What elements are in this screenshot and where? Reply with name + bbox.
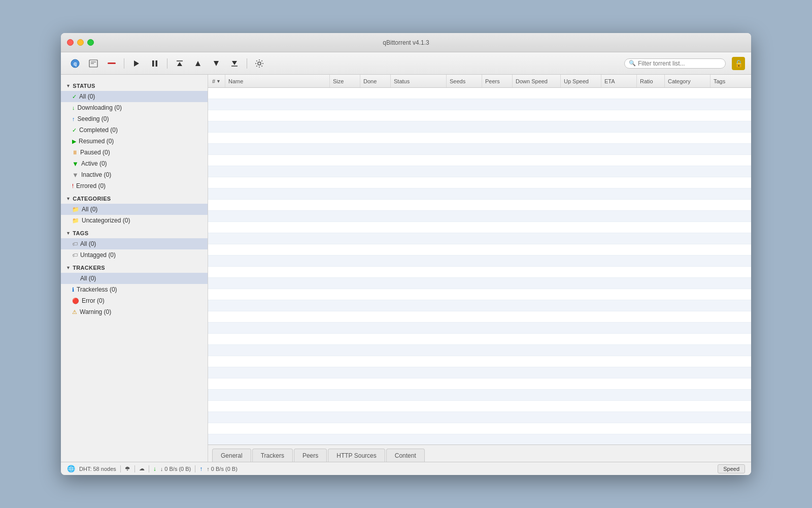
sidebar-item-warning-label: Warning (0) [80, 308, 111, 315]
sidebar-item-trackerless[interactable]: ℹ Trackerless (0) [61, 284, 208, 295]
trackers-section-label: TRACKERS [73, 265, 105, 271]
minimize-button[interactable] [77, 39, 84, 46]
torrent-list[interactable] [208, 88, 751, 444]
col-ratio[interactable]: Ratio [637, 75, 665, 87]
col-tags[interactable]: Tags [710, 75, 751, 87]
table-row[interactable] [208, 99, 751, 110]
table-row[interactable] [208, 434, 751, 444]
search-input[interactable] [638, 60, 721, 67]
col-downspeed[interactable]: Down Speed [513, 75, 561, 87]
resume-button[interactable] [128, 56, 145, 71]
maximize-button[interactable] [87, 39, 94, 46]
table-row[interactable] [208, 323, 751, 334]
col-eta[interactable]: ETA [601, 75, 637, 87]
status-section-label: STATUS [73, 83, 95, 89]
table-row[interactable] [208, 144, 751, 155]
sidebar-item-untagged[interactable]: 🏷 Untagged (0) [61, 249, 208, 261]
tab-peers[interactable]: Peers [294, 449, 327, 462]
tab-http-sources[interactable]: HTTP Sources [328, 449, 385, 462]
sidebar-item-error[interactable]: 🔴 Error (0) [61, 295, 208, 306]
logo-button[interactable]: q [67, 56, 83, 71]
statusbar-sep-4 [195, 465, 195, 472]
col-category[interactable]: Category [665, 75, 710, 87]
table-row[interactable] [208, 233, 751, 244]
sidebar-item-paused[interactable]: ⏸ Paused (0) [61, 147, 208, 158]
table-row[interactable] [208, 256, 751, 267]
table-row[interactable] [208, 356, 751, 367]
table-row[interactable] [208, 300, 751, 311]
table-row[interactable] [208, 412, 751, 423]
sidebar-item-all[interactable]: ✓ All (0) [61, 91, 208, 102]
categories-section-label: CATEGORIES [73, 196, 111, 202]
table-row[interactable] [208, 88, 751, 99]
table-row[interactable] [208, 311, 751, 323]
table-row[interactable] [208, 110, 751, 121]
sidebar-item-tag-all[interactable]: 🏷 All (0) [61, 238, 208, 249]
status-section-header: ▼ STATUS [61, 81, 208, 91]
table-row[interactable] [208, 345, 751, 356]
dl-speed: ↓ 0 B/s (0 B) [160, 466, 191, 472]
ul-arrow-icon: ↑ [199, 465, 202, 472]
table-row[interactable] [208, 244, 751, 256]
table-row[interactable] [208, 401, 751, 412]
sidebar-item-resumed[interactable]: ▶ Resumed (0) [61, 136, 208, 147]
col-status[interactable]: Status [391, 75, 447, 87]
table-row[interactable] [208, 133, 751, 144]
dht-status: DHT: 58 nodes [79, 466, 116, 472]
col-hash[interactable]: # ▼ [208, 75, 225, 87]
move-down-button[interactable] [208, 56, 224, 71]
col-peers[interactable]: Peers [482, 75, 513, 87]
svg-text:q: q [74, 61, 77, 67]
table-row[interactable] [208, 278, 751, 289]
table-row[interactable] [208, 378, 751, 390]
remove-torrent-button[interactable] [104, 56, 120, 71]
settings-button[interactable] [251, 56, 267, 71]
svg-marker-14 [232, 61, 237, 65]
table-row[interactable] [208, 267, 751, 278]
sidebar-item-active[interactable]: ▼ Active (0) [61, 158, 208, 169]
table-row[interactable] [208, 367, 751, 378]
sidebar-item-errored[interactable]: ! Errored (0) [61, 180, 208, 192]
col-name[interactable]: Name [225, 75, 330, 87]
pause-icon [151, 59, 159, 68]
col-size[interactable]: Size [330, 75, 360, 87]
sidebar-item-tr-all[interactable]: All (0) [61, 273, 208, 284]
sidebar-item-inactive[interactable]: ▼ Inactive (0) [61, 169, 208, 180]
sidebar-item-completed[interactable]: ✓ Completed (0) [61, 124, 208, 136]
col-upspeed[interactable]: Up Speed [561, 75, 601, 87]
tab-general[interactable]: General [212, 449, 251, 462]
close-button[interactable] [67, 39, 74, 46]
speed-button[interactable]: Speed [718, 464, 745, 473]
move-bottom-button[interactable] [226, 56, 243, 71]
tab-content[interactable]: Content [386, 449, 425, 462]
sidebar-item-uncategorized[interactable]: 📁 Uncategorized (0) [61, 215, 208, 226]
table-row[interactable] [208, 289, 751, 300]
table-row[interactable] [208, 211, 751, 222]
table-row[interactable] [208, 177, 751, 188]
table-row[interactable] [208, 334, 751, 345]
col-done[interactable]: Done [360, 75, 391, 87]
sidebar-item-downloading[interactable]: ↓ Downloading (0) [61, 102, 208, 113]
move-up-button[interactable] [190, 56, 206, 71]
move-top-button[interactable] [172, 56, 188, 71]
table-row[interactable] [208, 188, 751, 200]
table-row[interactable] [208, 390, 751, 401]
table-row[interactable] [208, 423, 751, 434]
tab-trackers[interactable]: Trackers [252, 449, 293, 462]
col-seeds[interactable]: Seeds [447, 75, 482, 87]
table-row[interactable] [208, 222, 751, 233]
table-row[interactable] [208, 166, 751, 177]
sidebar-item-cat-all[interactable]: 📁 All (0) [61, 204, 208, 215]
sidebar-item-warning[interactable]: ⚠ Warning (0) [61, 306, 208, 318]
sidebar-item-seeding[interactable]: ↑ Seeding (0) [61, 113, 208, 124]
table-row[interactable] [208, 155, 751, 166]
sidebar-item-error-label: Error (0) [82, 297, 105, 304]
pause-button[interactable] [147, 56, 163, 71]
add-torrent-button[interactable] [85, 56, 101, 71]
paused-icon: ⏸ [72, 149, 78, 155]
statusbar-sep-1 [120, 465, 121, 472]
tag-all-icon: 🏷 [72, 241, 78, 247]
table-row[interactable] [208, 121, 751, 133]
move-down-icon [212, 59, 220, 68]
table-row[interactable] [208, 200, 751, 211]
